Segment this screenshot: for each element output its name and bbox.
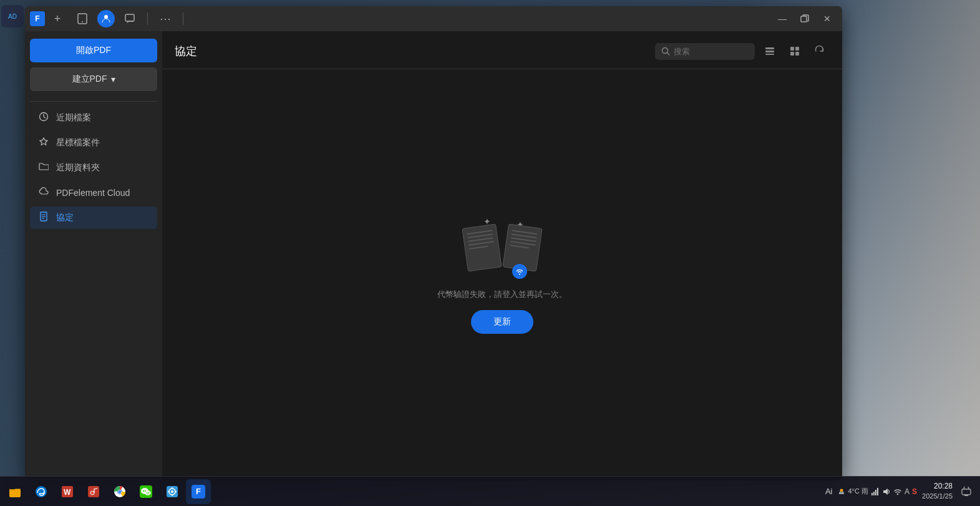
taskbar-tool[interactable] [160,479,185,504]
main-content: 協定 [162,31,842,480]
sidebar-item-recent-folders[interactable]: 近期資料夾 [30,157,157,179]
svg-point-1 [82,21,83,22]
svg-point-32 [143,490,144,492]
taskbar-right: Ai 4°C 雨 [825,481,980,501]
desktop-icon-1[interactable]: AD [1,5,24,27]
title-separator-2 [183,12,183,25]
refresh-action-button[interactable]: 更新 [471,310,533,334]
svg-rect-14 [765,54,774,55]
sidebar-item-starred[interactable]: 星標檔案件 [30,132,157,154]
list-view-button[interactable] [760,41,780,61]
wifi-badge-icon [512,264,527,279]
title-bar: F + [25,6,842,31]
header-tools [655,41,830,61]
doc-card-left [462,223,502,271]
svg-point-44 [840,489,843,492]
taskbar-wechat[interactable] [133,479,158,504]
taskbar-file-explorer[interactable] [2,479,27,504]
document-icon [37,212,50,224]
restore-button[interactable] [795,10,815,27]
page-title: 協定 [175,44,197,59]
sidebar-item-cloud[interactable]: PDFelement Cloud [30,182,157,204]
grid-view-icon [789,46,800,57]
notification-icon [961,487,971,497]
svg-point-35 [147,492,148,494]
app-window: F + [25,6,842,480]
sidebar-item-recent-files[interactable]: 近期檔案 [30,107,157,129]
taskbar-music[interactable] [81,479,106,504]
add-tab-button[interactable]: + [50,11,65,26]
svg-point-49 [897,493,898,494]
more-options-button[interactable]: ⋯ [155,10,175,27]
close-button[interactable]: ✕ [817,10,837,27]
taskbar-word[interactable]: W [55,479,80,504]
svg-rect-13 [765,51,774,52]
sidebar-label-agreements: 協定 [56,212,74,223]
minimize-button[interactable]: — [772,10,792,27]
svg-text:W: W [64,488,71,497]
cloud-icon [37,187,50,199]
sidebar-label-cloud: PDFelement Cloud [56,188,130,198]
language-display: A [905,487,910,496]
search-input[interactable] [674,47,749,56]
weather-display: 4°C 雨 [837,487,868,496]
desktop-icons-strip: AD [0,0,25,476]
svg-rect-20 [9,489,15,490]
taskbar-chrome[interactable] [107,479,132,504]
s-icon: S [912,487,917,496]
title-separator [147,12,148,25]
svg-rect-46 [873,492,875,495]
empty-illustration: ✦ ✦ ✦ [465,217,540,279]
svg-point-2 [104,15,108,19]
refresh-icon [814,46,825,57]
volume-icon [882,487,891,496]
svg-rect-50 [962,489,971,495]
search-box[interactable] [655,43,755,60]
open-pdf-button[interactable]: 開啟PDF [30,39,157,62]
title-bar-mid: ⋯ [72,10,186,27]
network-icon [871,487,880,496]
user-avatar[interactable] [97,10,115,27]
clock-display[interactable]: 20:28 2025/1/25 [922,481,953,501]
clock-icon [37,112,50,124]
svg-rect-17 [790,52,794,56]
taskbar: W [0,476,980,506]
svg-rect-12 [765,47,774,49]
folder-icon [37,162,50,174]
clock-time: 20:28 [922,481,953,492]
svg-rect-47 [875,490,876,495]
create-pdf-button[interactable]: 建立PDF ▾ [30,67,157,91]
ai-label: Ai [825,487,833,496]
sidebar-label-recent-files: 近期檔案 [56,112,91,124]
taskbar-edge[interactable] [29,479,54,504]
create-pdf-label: 建立PDF [72,74,107,85]
svg-point-39 [171,490,173,493]
empty-state: ✦ ✦ ✦ [162,69,842,480]
sidebar-label-starred: 星標檔案件 [56,137,100,148]
systray: 4°C 雨 A S [837,487,917,496]
svg-point-36 [148,492,149,494]
taskbar-pdfelement[interactable]: F [186,479,211,504]
star-icon [37,137,50,149]
ai-label-container[interactable]: Ai [825,487,833,496]
taskbar-left: W [0,479,211,504]
svg-rect-3 [125,14,134,21]
clock-date: 2025/1/25 [922,492,953,501]
title-bar-controls: — ✕ [772,10,837,27]
wifi-systray-icon [893,487,902,496]
svg-rect-15 [790,47,794,51]
svg-rect-16 [795,47,799,51]
sidebar-item-agreements[interactable]: 協定 [30,207,157,229]
weather-icon [837,487,846,496]
sidebar: 開啟PDF 建立PDF ▾ 近期檔案 [25,31,162,480]
chat-icon-button[interactable] [120,10,140,27]
notification-button[interactable] [958,483,975,500]
refresh-button-header[interactable] [810,41,830,61]
svg-point-29 [119,490,122,493]
grid-view-button[interactable] [785,41,805,61]
tablet-mode-button[interactable] [72,10,92,27]
svg-point-34 [145,490,151,495]
app-body: 開啟PDF 建立PDF ▾ 近期檔案 [25,31,842,480]
empty-state-message: 代幣驗證失敗，請登入並再試一次。 [437,289,567,300]
title-bar-left: F + [30,11,65,26]
